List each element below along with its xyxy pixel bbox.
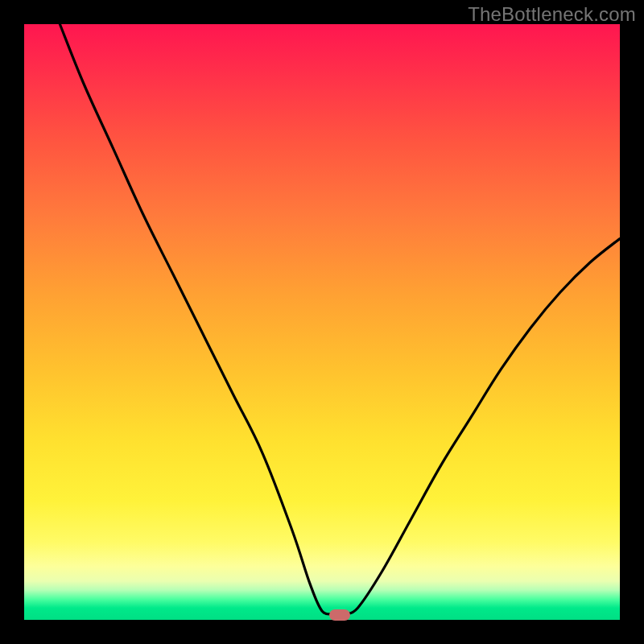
bottleneck-curve-left [60,24,333,614]
min-point-marker [329,609,350,621]
plot-area [24,24,620,620]
chart-frame: TheBottleneck.com [0,0,644,644]
watermark-text: TheBottleneck.com [468,3,636,26]
curve-svg [24,24,620,620]
bottleneck-curve-right [346,238,620,613]
